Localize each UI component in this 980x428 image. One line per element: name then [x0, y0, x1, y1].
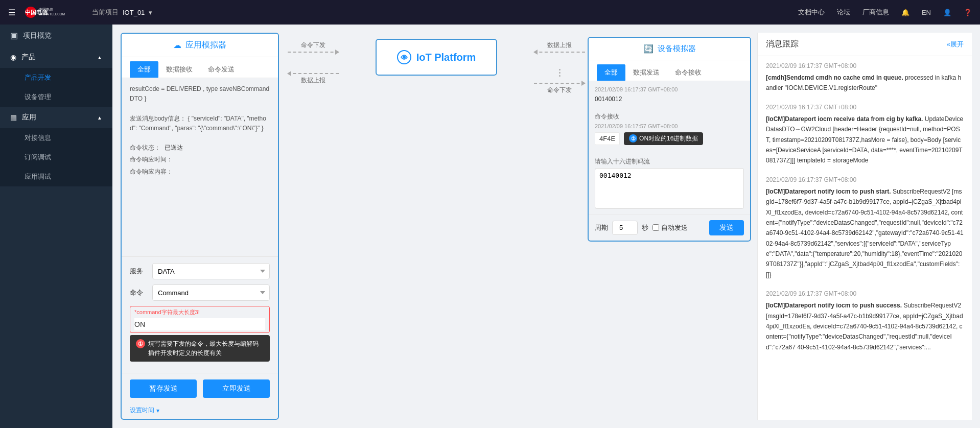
sidebar-app-label: 应用 [22, 113, 36, 122]
app-simulator-header: ☁ 应用模拟器 [122, 34, 278, 57]
data-up-label-2: 数据上报 [547, 41, 572, 50]
trace-time-2: 2021/02/09 16:17:37 GMT+08:00 [766, 176, 964, 183]
data-up-line-1 [288, 73, 339, 74]
cmd-hint: *command字符最大长度3! [134, 308, 265, 316]
cmd-input[interactable] [134, 318, 265, 330]
data-up-arrow-2: 数据上报 [534, 41, 585, 53]
app-simulator-title: 应用模拟器 [185, 40, 226, 51]
expand-btn[interactable]: «展开 [947, 40, 964, 49]
cmd-down-line-2 [534, 83, 585, 84]
trace-time-3: 2021/02/09 16:17:37 GMT+08:00 [766, 290, 964, 297]
trace-title: 消息跟踪 [766, 39, 799, 50]
lang-switch[interactable]: EN [922, 9, 931, 16]
device-log-data: 00140012 [595, 94, 744, 104]
sidebar: ▣ 项目概览 ◉ 产品 ▲ 产品开发 设备管理 ▦ 应用 ▲ 对接信息 订 [0, 25, 112, 428]
send-now-button[interactable]: 立即发送 [203, 379, 270, 398]
sidebar-item-overview[interactable]: ▣ 项目概览 [0, 25, 112, 46]
cmd-down-line-1 [288, 52, 339, 53]
device-send-button[interactable]: 发送 [709, 220, 744, 235]
command-row: 命令 Command [130, 284, 270, 301]
tab-all[interactable]: 全部 [130, 61, 158, 78]
sidebar-item-app-debug[interactable]: 应用调试 [0, 167, 112, 186]
period-label: 周期 [595, 223, 608, 232]
cmd-down-arrow-1: 命令下发 [288, 41, 339, 53]
trace-content-3: [IoCM]Datareport notify iocm to push suc… [766, 300, 964, 352]
device-simulator-title: 设备模拟器 [658, 44, 696, 54]
hex-input-label: 请输入十六进制码流 [595, 157, 744, 166]
device-tab-data-send[interactable]: 数据发送 [625, 64, 667, 81]
forum-link[interactable]: 论坛 [837, 8, 850, 17]
project-selector[interactable]: 当前项目 IOT_01 ▾ [92, 8, 152, 17]
command-label: 命令 [130, 288, 148, 297]
form-section: 服务 DATA 命令 Command *command字符最大长度3! ① [122, 256, 278, 373]
tab-cmd-send[interactable]: 命令发送 [200, 61, 242, 78]
sidebar-item-device-mgmt[interactable]: 设备管理 [0, 87, 112, 107]
cmd-highlight-row: 4F4E ② ON对应的16进制数据 [595, 132, 744, 145]
app-debug-label: 应用调试 [25, 173, 51, 180]
hex-input[interactable]: 00140012 [595, 168, 744, 209]
device-tab-cmd-receive[interactable]: 命令接收 [667, 64, 709, 81]
app-simulator-cloud-icon: ☁ [173, 40, 181, 50]
cmd-receive-timestamp: 2021/02/09 16:17:57 GMT+08:00 [595, 123, 744, 129]
sidebar-section-app[interactable]: ▦ 应用 ▲ [0, 107, 112, 128]
auto-send-label[interactable]: 自动发送 [652, 223, 688, 232]
trace-content-0: [cmdh]Sendcmd cmdh no cache cmd in queue… [766, 73, 964, 93]
unit-label: 秒 [642, 223, 648, 232]
menu-icon[interactable]: ☰ [8, 8, 15, 17]
device-mgmt-label: 设备管理 [25, 93, 51, 101]
response-content-row: 命令响应内容： [130, 167, 270, 177]
trace-item-3: 2021/02/09 16:17:37 GMT+08:00 [IoCM]Data… [766, 290, 964, 352]
hex-input-section: 请输入十六进制码流 00140012 [589, 153, 750, 215]
response-content-label: 命令响应内容： [130, 167, 173, 177]
svg-point-5 [403, 56, 406, 59]
set-time-chevron: ▾ [156, 407, 159, 414]
sidebar-product-label: 产品 [21, 53, 36, 62]
trace-header: 消息跟踪 «展开 [758, 33, 972, 56]
command-select[interactable]: Command [152, 284, 270, 301]
bell-icon[interactable]: 🔔 [901, 9, 909, 16]
doc-center-link[interactable]: 文档中心 [798, 8, 825, 17]
app-icon: ▦ [10, 113, 17, 122]
product-icon: ◉ [10, 53, 16, 61]
sidebar-section-product[interactable]: ◉ 产品 ▲ [0, 46, 112, 68]
device-tab-all[interactable]: 全部 [597, 64, 625, 81]
sidebar-item-product-dev[interactable]: 产品开发 [0, 68, 112, 87]
help-icon[interactable]: ❓ [964, 9, 972, 16]
trace-content-2: [IoCM]Datareport notify iocm to push sta… [766, 186, 964, 280]
annotation-text: ON对应的16进制数据 [639, 134, 698, 143]
trace-time-1: 2021/02/09 16:17:37 GMT+08:00 [766, 104, 964, 111]
sidebar-item-connect-info[interactable]: 对接信息 [0, 128, 112, 148]
trace-item-1: 2021/02/09 16:17:37 GMT+08:00 [IoCM]Data… [766, 104, 964, 166]
save-send-button[interactable]: 暂存发送 [130, 379, 197, 398]
cmd-down-label-2: 命令下发 [547, 86, 572, 94]
layout: ▣ 项目概览 ◉ 产品 ▲ 产品开发 设备管理 ▦ 应用 ▲ 对接信息 订 [0, 0, 980, 428]
data-up-arrow-1: 数据上报 [288, 73, 339, 85]
data-up-line-2 [534, 52, 585, 53]
logo: 中国电信 中国电信 CHINA TELECOM [24, 4, 80, 20]
service-select[interactable]: DATA [152, 263, 270, 279]
product-dev-label: 产品开发 [25, 74, 51, 81]
tooltip-circle: ① [136, 339, 145, 348]
device-sim-icon: 🔄 [643, 44, 654, 54]
device-sim-tabs: 全部 数据发送 命令接收 [589, 60, 750, 81]
annotation-badge: ② ON对应的16进制数据 [624, 132, 703, 145]
tab-data-receive[interactable]: 数据接收 [158, 61, 200, 78]
device-simulator-header: 🔄 设备模拟器 [589, 38, 750, 60]
user-icon[interactable]: 👤 [943, 9, 951, 16]
project-dropdown-icon[interactable]: ▾ [149, 9, 152, 16]
status-label: 命令状态： [130, 143, 160, 153]
device-simulator-panel: 🔄 设备模拟器 全部 数据发送 命令接收 2021/02/09 16:17:37… [588, 37, 751, 242]
action-btn-row: 暂存发送 立即发送 [122, 373, 278, 404]
sub-debug-label: 订阅调试 [25, 153, 51, 161]
set-time-link[interactable]: 设置时间 ▾ [122, 404, 278, 419]
product-sub-items: 产品开发 设备管理 [0, 68, 112, 107]
auto-send-checkbox[interactable] [652, 224, 659, 231]
period-input[interactable] [612, 221, 638, 235]
vendor-info-link[interactable]: 厂商信息 [862, 8, 889, 17]
response-time-row: 命令响应时间： [130, 155, 270, 164]
sidebar-item-sub-debug[interactable]: 订阅调试 [0, 148, 112, 167]
sidebar-overview-label: 项目概览 [23, 31, 52, 40]
connect-info-label: 对接信息 [25, 134, 51, 141]
cmd-down-arrow-2: 命令下发 [534, 83, 585, 94]
data-up-label-1: 数据上报 [301, 76, 325, 85]
